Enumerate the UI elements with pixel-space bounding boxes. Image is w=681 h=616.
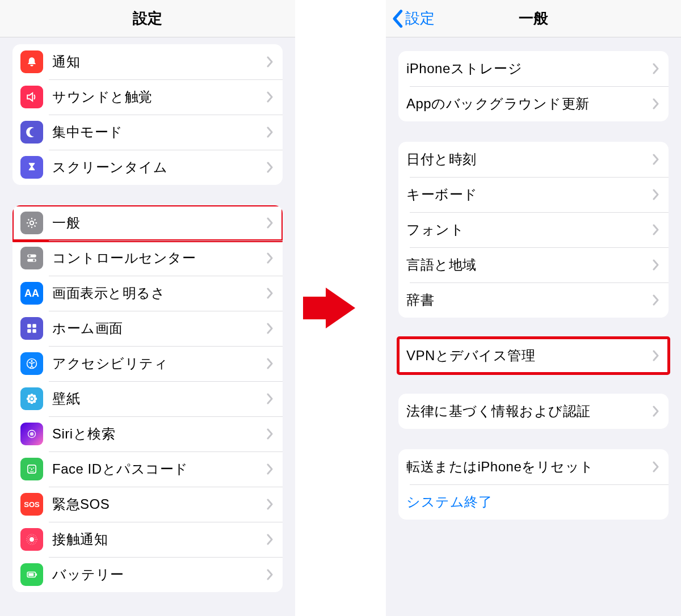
row-legal[interactable]: 法律に基づく情報および認証 [398, 394, 669, 429]
svg-point-18 [28, 400, 31, 403]
chevron-right-icon [267, 126, 274, 138]
settings-list: 通知サウンドと触覚集中モードスクリーンタイム一般コントロールセンターAA画面表示… [0, 37, 295, 616]
chevron-right-icon [267, 162, 274, 173]
row-lang[interactable]: 言語と地域 [398, 247, 669, 282]
chevron-right-icon [267, 323, 274, 334]
row-shutdown[interactable]: システム終了 [398, 484, 669, 520]
row-label: 辞書 [406, 291, 653, 309]
siri-icon [20, 423, 43, 445]
chevron-right-icon [653, 189, 659, 200]
row-sos[interactable]: SOS緊急SOS [12, 487, 283, 522]
general-group: 転送またはiPhoneをリセットシステム終了 [398, 449, 669, 520]
general-group: 法律に基づく情報および認証 [398, 394, 669, 429]
row-label: アクセシビリティ [52, 355, 267, 373]
svg-rect-29 [36, 573, 37, 576]
back-button[interactable]: 設定 [392, 0, 435, 37]
row-label: ホーム画面 [52, 319, 267, 337]
chevron-right-icon [267, 463, 274, 475]
row-label: iPhoneストレージ [406, 60, 653, 78]
grid-icon [20, 317, 43, 340]
chevron-right-icon [653, 461, 659, 472]
row-label: フォント [406, 221, 653, 239]
row-label: 壁紙 [52, 390, 267, 408]
moon-icon [20, 121, 43, 144]
sos-icon: SOS [20, 493, 43, 516]
svg-point-14 [27, 397, 30, 400]
general-group: VPNとデバイス管理 [398, 338, 669, 373]
row-label: スクリーンタイム [52, 158, 267, 176]
svg-point-25 [30, 537, 34, 542]
row-datetime[interactable]: 日付と時刻 [398, 142, 669, 177]
row-transfer[interactable]: 転送またはiPhoneをリセット [398, 449, 669, 484]
svg-rect-5 [27, 324, 31, 328]
settings-group: 一般コントロールセンターAA画面表示と明るさホーム画面アクセシビリティ壁紙Sir… [12, 205, 283, 592]
general-list: iPhoneストレージAppのバックグラウンド更新日付と時刻キーボードフォント言… [386, 37, 681, 616]
row-battery[interactable]: バッテリー [12, 557, 283, 592]
navbar-general: 設定 一般 [386, 0, 681, 37]
row-label: 接触通知 [52, 530, 267, 549]
chevron-right-icon [653, 98, 659, 109]
general-screen: 設定 一般 iPhoneストレージAppのバックグラウンド更新日付と時刻キーボー… [386, 0, 681, 616]
svg-point-10 [31, 360, 32, 362]
row-home[interactable]: ホーム画面 [12, 311, 283, 346]
chevron-right-icon [267, 428, 274, 440]
row-notifications[interactable]: 通知 [12, 44, 283, 79]
row-storage[interactable]: iPhoneストレージ [398, 51, 669, 86]
row-focus[interactable]: 集中モード [12, 115, 283, 150]
row-label: 転送またはiPhoneをリセット [406, 458, 653, 476]
row-bgref[interactable]: Appのバックグラウンド更新 [398, 86, 669, 121]
row-vpn[interactable]: VPNとデバイス管理 [398, 338, 669, 373]
row-label: Siriと検索 [52, 425, 267, 443]
svg-point-12 [30, 394, 33, 396]
svg-point-24 [33, 467, 34, 469]
svg-point-11 [30, 397, 33, 400]
row-label: 法律に基づく情報および認証 [406, 402, 653, 420]
toggles-icon [20, 247, 43, 269]
svg-point-19 [33, 400, 36, 403]
chevron-right-icon [267, 252, 274, 264]
row-sound[interactable]: サウンドと触覚 [12, 79, 283, 115]
row-label: 一般 [52, 214, 267, 232]
svg-rect-6 [32, 324, 36, 328]
navbar-settings: 設定 [0, 0, 295, 37]
row-keyboard[interactable]: キーボード [398, 177, 669, 212]
row-screentime[interactable]: スクリーンタイム [12, 150, 283, 185]
exposure-icon [20, 528, 43, 551]
row-faceid[interactable]: Face IDとパスコード [12, 452, 283, 487]
row-display[interactable]: AA画面表示と明るさ [12, 276, 283, 311]
chevron-right-icon [267, 91, 274, 103]
svg-point-4 [33, 259, 35, 261]
chevron-right-icon [267, 534, 274, 545]
chevron-right-icon [267, 217, 274, 229]
general-group: iPhoneストレージAppのバックグラウンド更新 [398, 51, 669, 121]
battery-icon [20, 563, 43, 586]
speaker-icon [20, 86, 43, 108]
row-label: サウンドと触覚 [52, 88, 267, 106]
row-wallpaper[interactable]: 壁紙 [12, 381, 283, 416]
chevron-right-icon [653, 63, 659, 74]
row-label: 緊急SOS [52, 495, 267, 513]
svg-point-17 [33, 395, 36, 398]
row-label: システム終了 [406, 493, 659, 511]
row-fonts[interactable]: フォント [398, 212, 669, 247]
chevron-right-icon [267, 56, 274, 67]
svg-rect-8 [32, 329, 36, 333]
flower-icon [20, 387, 43, 410]
chevron-right-icon [267, 288, 274, 299]
row-general[interactable]: 一般 [12, 205, 283, 241]
accessibility-icon [20, 352, 43, 375]
row-dict[interactable]: 辞書 [398, 282, 669, 318]
row-control[interactable]: コントロールセンター [12, 241, 283, 276]
row-label: 日付と時刻 [406, 150, 653, 168]
row-accessibility[interactable]: アクセシビリティ [12, 346, 283, 381]
row-label: 集中モード [52, 123, 267, 141]
row-label: 通知 [52, 53, 267, 71]
chevron-right-icon [653, 350, 659, 361]
row-label: Face IDとパスコード [52, 460, 267, 478]
svg-point-23 [30, 467, 31, 469]
row-exposure[interactable]: 接触通知 [12, 522, 283, 557]
row-siri[interactable]: Siriと検索 [12, 416, 283, 452]
row-label: バッテリー [52, 566, 267, 584]
svg-point-13 [30, 401, 33, 404]
svg-point-15 [34, 397, 37, 400]
